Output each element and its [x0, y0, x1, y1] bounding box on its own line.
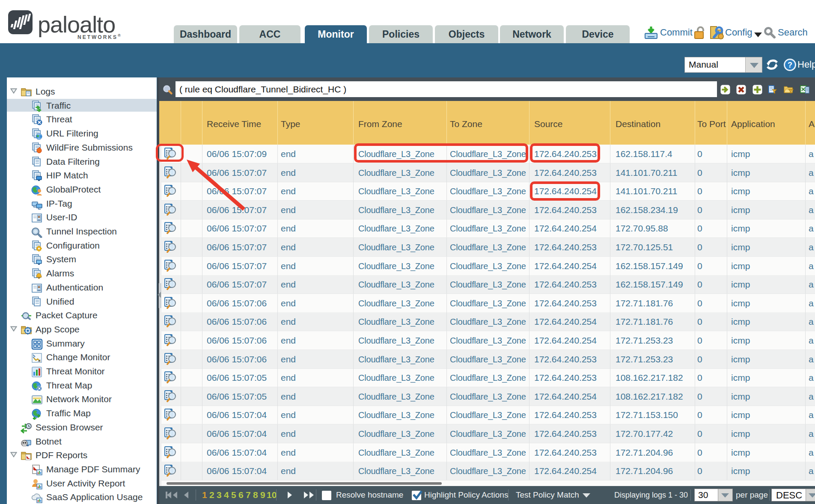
svg-text:?: ? — [788, 61, 792, 69]
